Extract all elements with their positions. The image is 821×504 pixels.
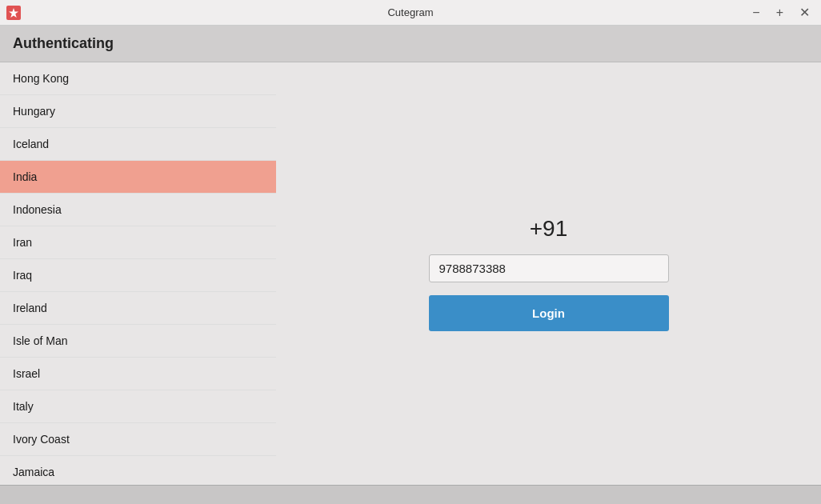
window-title: Cutegram: [387, 6, 433, 18]
maximize-button[interactable]: +: [771, 5, 788, 21]
close-button[interactable]: ✕: [795, 5, 815, 21]
country-item[interactable]: Indonesia: [0, 194, 276, 226]
country-item[interactable]: Italy: [0, 390, 276, 423]
phone-input[interactable]: [429, 254, 669, 282]
window-controls: − + ✕: [747, 5, 815, 21]
title-bar: Cutegram − + ✕: [0, 0, 821, 26]
country-item[interactable]: Isle of Man: [0, 325, 276, 358]
country-item[interactable]: Iran: [0, 226, 276, 259]
country-item[interactable]: Ireland: [0, 292, 276, 325]
status-bar: [0, 485, 821, 504]
minimize-button[interactable]: −: [747, 5, 764, 21]
country-item[interactable]: Iceland: [0, 128, 276, 161]
main-content: Hong KongHungaryIcelandIndiaIndonesiaIra…: [0, 62, 821, 485]
country-item[interactable]: Ivory Coast: [0, 423, 276, 456]
telegram-icon: [9, 8, 18, 18]
phone-code: +91: [530, 216, 568, 242]
country-item[interactable]: Israel: [0, 358, 276, 390]
right-panel: +91 Login: [276, 62, 821, 485]
country-list[interactable]: Hong KongHungaryIcelandIndiaIndonesiaIra…: [0, 62, 276, 485]
country-item[interactable]: Hong Kong: [0, 62, 276, 95]
app-header: Authenticating: [0, 26, 821, 62]
country-item[interactable]: India: [0, 161, 276, 194]
country-item[interactable]: Iraq: [0, 259, 276, 292]
country-item[interactable]: Jamaica: [0, 456, 276, 485]
title-bar-left: [6, 6, 21, 20]
country-item[interactable]: Hungary: [0, 95, 276, 128]
header-title: Authenticating: [13, 35, 114, 51]
login-button[interactable]: Login: [429, 295, 669, 331]
app-icon: [6, 6, 21, 20]
